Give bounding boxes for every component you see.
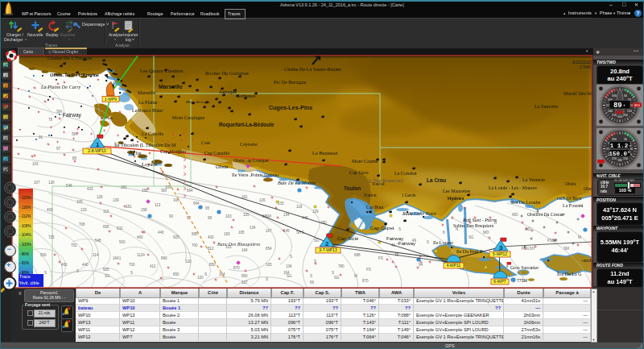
svg-text:126: 126 bbox=[259, 198, 266, 202]
svg-text:183: 183 bbox=[224, 232, 230, 236]
svg-text:850: 850 bbox=[242, 274, 248, 278]
svg-text:78: 78 bbox=[48, 118, 53, 122]
svg-text:128: 128 bbox=[48, 181, 55, 185]
svg-text:98: 98 bbox=[208, 216, 213, 220]
svg-text:SG: SG bbox=[469, 235, 474, 239]
svg-text:164: 164 bbox=[283, 271, 290, 275]
svg-text:Cap Morgiou: Cap Morgiou bbox=[160, 149, 186, 154]
svg-text:S: S bbox=[76, 269, 79, 273]
svg-text:30: 30 bbox=[624, 93, 627, 97]
svg-text:433: 433 bbox=[87, 187, 93, 191]
svg-text:FSGSH: FSGSH bbox=[522, 247, 535, 251]
svg-text:134: 134 bbox=[250, 226, 256, 230]
svg-text:S: S bbox=[398, 227, 401, 231]
svg-text:2-8-WP10: 2-8-WP10 bbox=[88, 148, 106, 153]
svg-text:Les Maurettes: Les Maurettes bbox=[443, 189, 471, 193]
svg-text:700: 700 bbox=[129, 263, 135, 267]
svg-text:120: 120 bbox=[185, 260, 192, 264]
svg-text:Cap Gros: Cap Gros bbox=[349, 169, 369, 175]
svg-text:Cap Sicié: Cap Sicié bbox=[337, 235, 359, 241]
svg-text:Gros Sarranier: Gros Sarranier bbox=[510, 265, 539, 270]
svg-text:103: 103 bbox=[32, 162, 39, 166]
svg-text:400: 400 bbox=[47, 208, 53, 212]
svg-text:165: 165 bbox=[238, 231, 245, 235]
svg-text:La Plaine: La Plaine bbox=[138, 99, 158, 105]
svg-text:695: 695 bbox=[103, 225, 109, 229]
svg-text:30: 30 bbox=[624, 137, 627, 140]
svg-text:S: S bbox=[44, 271, 47, 275]
svg-text:Fairway: Fairway bbox=[63, 112, 82, 118]
svg-text:SM: SM bbox=[56, 110, 62, 114]
svg-text:2: 2 bbox=[325, 240, 329, 247]
svg-text:180: 180 bbox=[617, 158, 622, 161]
svg-text:Îlot De Leoube: Îlot De Leoube bbox=[511, 199, 541, 205]
svg-text:1641: 1641 bbox=[113, 256, 122, 260]
svg-text:1 1.2: 1 1.2 bbox=[610, 142, 629, 148]
svg-text:WD: WD bbox=[483, 231, 489, 235]
svg-text:La Plaine De Carry: La Plaine De Carry bbox=[40, 84, 81, 89]
svg-text:La Crau: La Crau bbox=[427, 177, 446, 183]
svg-text:94: 94 bbox=[419, 263, 423, 267]
svg-text:Rada Colle Noire: Rada Colle Noire bbox=[402, 211, 436, 216]
svg-text:210: 210 bbox=[612, 156, 617, 160]
svg-text:812: 812 bbox=[208, 247, 214, 251]
svg-text:La Londe - Les - Maures: La Londe - Les - Maures bbox=[489, 185, 537, 190]
svg-text:107: 107 bbox=[34, 181, 40, 185]
svg-text:688: 688 bbox=[354, 253, 361, 257]
svg-text:780: 780 bbox=[338, 264, 345, 268]
svg-text:ourelle: ourelle bbox=[582, 258, 592, 263]
svg-text:Marseille: Marseille bbox=[138, 90, 156, 95]
svg-text:Ile Lorane: Ile Lorane bbox=[433, 240, 453, 245]
svg-text:6-WP7: 6-WP7 bbox=[493, 279, 506, 284]
svg-text:le .Plan: le .Plan bbox=[101, 116, 113, 120]
svg-text:854: 854 bbox=[266, 247, 272, 251]
svg-text:Cap Cépet: Cap Cépet bbox=[370, 225, 394, 231]
svg-text:Toulon: Toulon bbox=[364, 193, 377, 197]
svg-text:181: 181 bbox=[121, 185, 127, 189]
svg-text:109: 109 bbox=[76, 200, 83, 204]
svg-text:S: S bbox=[332, 271, 334, 275]
svg-text:Banc Des Blauquières: Banc Des Blauquières bbox=[217, 242, 261, 247]
svg-text:107: 107 bbox=[242, 280, 248, 285]
svg-text:Gémenos: Gémenos bbox=[237, 93, 256, 98]
svg-text:1124: 1124 bbox=[137, 253, 145, 257]
svg-text:La Verrerie: La Verrerie bbox=[522, 177, 545, 182]
svg-text:664: 664 bbox=[193, 202, 200, 206]
svg-text:105: 105 bbox=[243, 213, 250, 217]
svg-text:120: 120 bbox=[197, 276, 204, 280]
svg-text:412: 412 bbox=[150, 264, 156, 268]
svg-text:113: 113 bbox=[155, 203, 161, 207]
svg-text:Hyères: Hyères bbox=[448, 195, 464, 201]
svg-text:548: 548 bbox=[95, 239, 101, 243]
svg-text:850: 850 bbox=[173, 272, 180, 276]
svg-text:90: 90 bbox=[169, 214, 174, 218]
svg-text:Toulod: Toulod bbox=[372, 181, 385, 186]
svg-text:133: 133 bbox=[278, 202, 284, 206]
svg-text:l Garde: l Garde bbox=[402, 193, 416, 197]
svg-text:Obstn: Obstn bbox=[216, 164, 229, 169]
svg-text:SM: SM bbox=[564, 247, 569, 251]
svg-text:103: 103 bbox=[225, 214, 232, 218]
svg-text:nd: nd bbox=[629, 144, 632, 147]
svg-text:5-WP12: 5-WP12 bbox=[493, 251, 507, 256]
svg-text:Obstillot Du Cristau: Obstillot Du Cristau bbox=[527, 212, 564, 217]
svg-text:4-WP11: 4-WP11 bbox=[447, 263, 461, 268]
svg-text:-Fairway: -Fairway bbox=[397, 241, 415, 246]
svg-text:664: 664 bbox=[187, 189, 193, 193]
svg-text:Ile Du Petit P: Ile Du Petit P bbox=[456, 249, 483, 254]
svg-text:Massif Des M: Massif Des M bbox=[564, 90, 592, 96]
svg-text:85: 85 bbox=[72, 156, 77, 160]
svg-text:Marseille: Marseille bbox=[159, 84, 183, 89]
svg-text:3: 3 bbox=[499, 244, 503, 251]
svg-text:2.5MN: 2.5MN bbox=[580, 64, 592, 69]
svg-text:440: 440 bbox=[158, 231, 164, 235]
svg-text:Mont Carpiagne: Mont Carpiagne bbox=[172, 114, 205, 120]
svg-text:Cap Brun: Cap Brun bbox=[366, 205, 383, 210]
svg-text:500: 500 bbox=[119, 240, 126, 244]
svg-text:128: 128 bbox=[97, 195, 103, 199]
svg-text:460: 460 bbox=[61, 263, 68, 267]
svg-text:150.0°: 150.0° bbox=[609, 150, 630, 156]
svg-text:Rocher Du Garlaban: Rocher Du Garlaban bbox=[205, 70, 250, 76]
svg-text:Les Quatre Chemins: Les Quatre Chemins bbox=[140, 68, 184, 73]
svg-text:Chaîne De La Sainte-Baume: Chaîne De La Sainte-Baume bbox=[284, 66, 341, 72]
